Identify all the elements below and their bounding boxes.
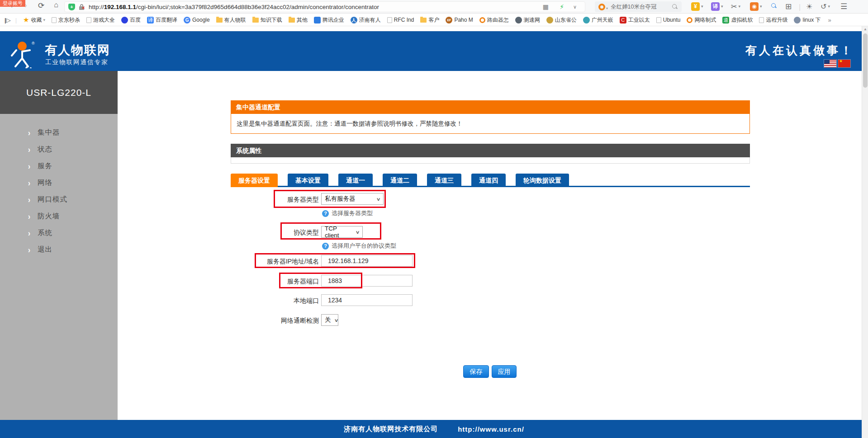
translate-icon[interactable]: 译▾ — [711, 2, 723, 11]
cn-flag-icon[interactable] — [838, 60, 850, 67]
svg-text:®: ® — [32, 41, 35, 46]
menu-hamburger-icon[interactable]: ☰ — [840, 2, 847, 11]
tab-channel-1[interactable]: 通道一 — [338, 174, 373, 187]
theme-sun-icon[interactable]: ☀ — [806, 2, 812, 11]
bookmark-jd[interactable]: 京东秒杀 — [52, 16, 80, 24]
footer-link[interactable]: http://www.usr.cn/ — [458, 425, 524, 433]
tab-channel-2[interactable]: 通道二 — [383, 174, 417, 187]
server-type-select[interactable]: 私有服务器∨ — [321, 193, 384, 205]
apps-grid-icon[interactable]: ⊞ — [785, 2, 792, 11]
apply-button[interactable]: 应用 — [492, 365, 517, 378]
bookmark-guangzhou[interactable]: 广州天嵌 — [583, 16, 613, 24]
bookmark-games[interactable]: 游戏大全 — [86, 16, 115, 24]
tab-basic-settings[interactable]: 基本设置 — [288, 174, 328, 187]
url-text[interactable]: http://192.168.1.1/cgi-bin/luci/;stok=3a… — [89, 4, 379, 10]
chevron-down-icon[interactable]: ▾ — [43, 18, 45, 22]
wallet-shield-icon[interactable]: ¥▾ — [691, 2, 703, 11]
protocol-select[interactable]: TCP client∨ — [321, 226, 363, 238]
sidebar-item-concentrator[interactable]: ›集中器 — [0, 124, 118, 141]
bookmark-industrial-ethernet[interactable]: C 工业以太 — [620, 16, 650, 24]
question-icon: ? — [322, 210, 329, 217]
protocol-label: 协议类型 — [231, 229, 319, 237]
bookmark-google[interactable]: G Google — [184, 17, 210, 24]
server-ip-input[interactable] — [321, 255, 413, 267]
bookmark-speedtest[interactable]: 测速网 — [515, 16, 540, 24]
header-slogan: 有人在认真做事！ — [745, 43, 854, 58]
chevron-right-icon: › — [28, 245, 30, 254]
eclipse-icon: EF — [446, 17, 452, 24]
bookmark-remote-upgrade[interactable]: 远程升级 — [759, 16, 787, 24]
bookmark-folder-customers[interactable]: 客户 — [420, 16, 439, 24]
search-engine-icon[interactable] — [598, 4, 605, 10]
sidebar-item-system[interactable]: ›系统 — [0, 225, 118, 241]
local-port-label: 本地端口 — [231, 297, 319, 305]
bookmark-network-mode[interactable]: 网络制式 — [687, 16, 716, 24]
sidebar-item-services[interactable]: ›服务 — [0, 158, 118, 174]
translate-icon: 译 — [147, 17, 154, 24]
search-engine-caret-icon[interactable]: ▾ — [606, 6, 608, 10]
bookmark-baidu-translate[interactable]: 译 百度翻译 — [147, 16, 177, 24]
chevron-right-icon: › — [28, 212, 30, 221]
chevron-right-icon: › — [28, 128, 30, 137]
qr-code-icon[interactable]: ▦ — [543, 3, 549, 10]
sidebar-item-network[interactable]: ›网络 — [0, 174, 118, 191]
bookmark-vm[interactable]: 道 虚拟机软 — [722, 16, 753, 24]
sidebar: USR-LG220-L ›集中器 ›状态 ›服务 ›网络 ›网口模式 ›防火墙 … — [0, 71, 118, 420]
bookmark-folder-other[interactable]: 其他 — [289, 16, 308, 24]
login-account-badge[interactable]: 登录账号 — [0, 0, 25, 7]
local-port-input[interactable] — [321, 294, 413, 306]
ring-icon — [687, 17, 693, 23]
tab-channel-4[interactable]: 通道四 — [471, 174, 506, 187]
us-flag-icon[interactable] — [824, 60, 836, 67]
search-box[interactable]: ▾ 全红婵10米台夺冠 — [595, 1, 682, 12]
search-icon[interactable] — [672, 4, 678, 10]
person-icon: 人 — [351, 17, 357, 24]
link-detect-select[interactable]: 关∨ — [321, 314, 338, 326]
bookmark-folder-usr[interactable]: 有人物联 — [216, 16, 246, 24]
bookmark-ubuntu[interactable]: Ubuntu — [656, 17, 681, 23]
scroll-up-icon[interactable]: ▲ — [863, 27, 868, 31]
sidebar-item-logout[interactable]: ›退出 — [0, 241, 118, 258]
urlbar-dropdown-icon[interactable]: ∨ — [573, 4, 577, 10]
tab-poll-data-settings[interactable]: 轮询数据设置 — [516, 174, 569, 187]
tab-server-settings[interactable]: 服务器设置 — [231, 174, 278, 187]
bookmarks-panel-icon[interactable]: |▷ — [5, 17, 11, 24]
speed-bolt-icon[interactable]: ⚡ — [560, 3, 564, 10]
bookmark-favorites[interactable]: ★ 收藏▾ — [23, 16, 45, 24]
home-icon[interactable]: ⌂ — [50, 1, 62, 9]
bookmarks-overflow-icon[interactable]: » — [828, 17, 831, 24]
screenshot-scissors-icon[interactable]: ✂▾ — [731, 2, 740, 11]
bookmark-linux[interactable]: linux 下 — [794, 16, 821, 24]
bookmark-jinan-usr[interactable]: 人 济南有人 — [351, 16, 381, 24]
tab-channel-3[interactable]: 通道三 — [427, 174, 461, 187]
tab-bar: 服务器设置 基本设置 通道一 通道二 通道三 通道四 轮询数据设置 — [231, 174, 750, 187]
bookmark-paho[interactable]: EF Paho M — [446, 17, 473, 24]
safe-shield-icon[interactable]: + — [68, 4, 75, 10]
bookmark-shandong[interactable]: 山东省公 — [546, 16, 577, 24]
undo-history-icon[interactable]: ↺▾ — [821, 2, 830, 11]
scrollbar-thumb[interactable] — [863, 33, 868, 88]
chevron-down-icon: ∨ — [355, 230, 360, 235]
page-scrollbar[interactable]: ▲ — [862, 26, 868, 438]
bookmark-router[interactable]: 路由器怎 — [479, 16, 509, 24]
sidebar-item-firewall[interactable]: ›防火墙 — [0, 208, 118, 225]
section-title: 系统属性 — [231, 144, 750, 157]
address-bar[interactable]: + × http://192.168.1.1/cgi-bin/luci/;sto… — [64, 1, 585, 12]
save-button[interactable]: 保存 — [463, 365, 489, 378]
bookmark-folder-downloads[interactable]: 知识下载 — [252, 16, 282, 24]
badge-icon — [583, 17, 590, 24]
toolbar-divider: | — [799, 3, 801, 11]
brand-title: 有人物联网 — [45, 42, 110, 58]
bookmark-tencent[interactable]: 腾讯企业 — [314, 16, 344, 24]
bookmarks-divider: | — [15, 17, 17, 24]
games-icon[interactable]: ◉▾ — [750, 2, 762, 11]
usr-logo-icon: ® — [10, 40, 37, 68]
find-icon[interactable] — [771, 2, 778, 11]
sidebar-item-status[interactable]: ›状态 — [0, 141, 118, 158]
sidebar-item-port-mode[interactable]: ›网口模式 — [0, 191, 118, 208]
refresh-icon[interactable]: ⟳ — [35, 1, 47, 10]
search-suggestion-text[interactable]: 全红婵10米台夺冠 — [611, 3, 656, 11]
bookmark-rfc[interactable]: RFC Ind — [387, 17, 414, 23]
server-port-input[interactable] — [321, 275, 413, 287]
bookmark-baidu[interactable]: 百度 — [121, 16, 141, 24]
